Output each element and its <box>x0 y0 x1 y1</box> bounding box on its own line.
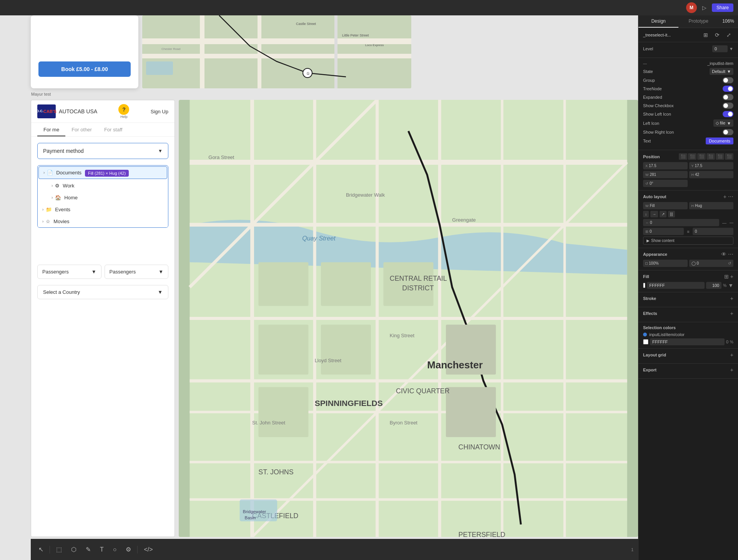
align-right-btn[interactable]: ⬛ <box>697 153 706 160</box>
user-avatar[interactable]: M <box>686 2 697 13</box>
svg-rect-29 <box>258 262 308 306</box>
stroke-add-btn[interactable]: + <box>730 295 733 302</box>
autolayout-add-btn[interactable]: + <box>723 194 726 200</box>
align-top-btn[interactable]: ⬛ <box>706 153 715 160</box>
help-circle[interactable]: ? <box>118 104 129 115</box>
panel-tabs: Design Prototype 106% <box>638 15 738 28</box>
corner-input[interactable]: ◯ 0 ↺ <box>689 260 734 267</box>
layout-grid-add-btn[interactable]: + <box>730 352 733 358</box>
design-tab[interactable]: Design <box>638 15 678 28</box>
fill-dropdown-btn[interactable]: ▼ <box>728 282 733 288</box>
level-input[interactable] <box>712 45 728 52</box>
sc-hex-input[interactable] <box>650 338 725 345</box>
svg-text:Gora Street: Gora Street <box>208 154 234 160</box>
fill-swatch[interactable] <box>643 283 645 288</box>
fill-hex-input[interactable] <box>647 282 705 289</box>
al-align2[interactable]: → <box>650 211 658 217</box>
fill-opacity-input[interactable] <box>706 282 721 289</box>
layout-grid-section: Layout grid + <box>638 349 738 364</box>
text-tool[interactable]: T <box>97 545 107 555</box>
book-button[interactable]: Book £5.00 - £8.00 <box>38 61 131 77</box>
link-icon-btn[interactable]: ⟳ <box>713 31 722 39</box>
al-align1[interactable]: ↓ <box>643 211 649 217</box>
align-left-btn[interactable]: ⬛ <box>679 153 687 160</box>
al-align3[interactable]: ↗ <box>660 211 667 217</box>
component-tool[interactable]: ⚙ <box>123 544 134 555</box>
share-button[interactable]: Share <box>712 3 733 12</box>
y-input[interactable]: Y 17.5 <box>689 162 734 169</box>
left-icon-select[interactable]: ◇ file ▼ <box>713 119 733 127</box>
expand-icon-btn[interactable]: ⤢ <box>724 31 733 39</box>
passengers-select-2[interactable]: Passengers ▼ <box>105 265 169 279</box>
svg-text:Greengate: Greengate <box>452 217 475 223</box>
country-select[interactable]: Select a Country ▼ <box>37 285 168 299</box>
appearance-more-btn[interactable]: ⋯ <box>728 251 733 257</box>
gap-input[interactable]: ↔ 0 <box>643 219 719 226</box>
code-tool[interactable]: </> <box>141 545 156 555</box>
passengers-label-2: Passengers <box>110 269 136 275</box>
svg-rect-2 <box>142 54 411 58</box>
cursor-tool[interactable]: ↖ <box>35 544 47 555</box>
tab-for-staff[interactable]: For staff <box>98 123 128 136</box>
svg-text:Quay Street: Quay Street <box>302 235 336 242</box>
grid-icon-btn[interactable]: ⊞ <box>701 31 710 39</box>
shape-tool[interactable]: ⬡ <box>68 544 80 555</box>
pad-h-input[interactable]: ⊞ 0 <box>643 228 684 235</box>
folder-icon: 📁 <box>46 207 52 212</box>
tree-item-events[interactable]: › 📁 Events <box>38 204 168 215</box>
tree-sub-home: › 🏠 Home <box>38 192 168 204</box>
text-value[interactable]: Documents <box>706 138 733 144</box>
ellipse-tool[interactable]: ○ <box>110 545 120 555</box>
x-input[interactable]: X 17.5 <box>643 162 688 169</box>
export-add-btn[interactable]: + <box>730 367 733 373</box>
align-bottom-btn[interactable]: ⬛ <box>725 153 733 160</box>
tab-for-me[interactable]: For me <box>37 123 65 136</box>
tab-for-other[interactable]: For other <box>65 123 98 136</box>
toolbar-sep-1 <box>50 546 50 553</box>
svg-text:Little Peter Street: Little Peter Street <box>342 33 369 37</box>
fill-grid-btn[interactable]: ⊞ <box>724 273 729 280</box>
height-hug-box[interactable]: H Hug <box>689 202 734 209</box>
tree-item-home[interactable]: › 🏠 Home <box>47 192 168 204</box>
tree-label-work: Work <box>63 183 74 189</box>
al-align4[interactable]: ||| <box>668 211 675 217</box>
treenode-toggle[interactable] <box>723 86 733 92</box>
passengers-select-1[interactable]: Passengers ▼ <box>37 265 101 279</box>
group-toggle[interactable] <box>723 77 733 83</box>
effects-add-btn[interactable]: + <box>730 310 733 316</box>
fill-add-btn[interactable]: + <box>730 273 733 280</box>
play-button[interactable]: ▷ <box>700 4 709 12</box>
payment-dropdown[interactable]: Payment method ▼ <box>37 143 168 159</box>
show-content-btn[interactable]: ▶ Show content <box>643 237 733 245</box>
frame-tool[interactable]: ⬚ <box>53 544 65 555</box>
sc-swatch[interactable] <box>643 339 648 345</box>
show-left-icon-toggle[interactable] <box>723 111 733 117</box>
state-select[interactable]: Default ▼ <box>710 68 733 75</box>
signup-button[interactable]: Sign Up <box>151 109 168 114</box>
show-right-icon-toggle[interactable] <box>723 129 733 135</box>
align-center-btn[interactable]: ⬛ <box>688 153 696 160</box>
expanded-toggle[interactable] <box>723 94 733 100</box>
width-fill-box[interactable]: W Fill <box>643 202 688 209</box>
passengers-label-1: Passengers <box>42 269 69 275</box>
autolayout-settings-btn[interactable]: ⋯ <box>728 194 733 200</box>
h-size-input[interactable]: H 42 <box>689 171 734 178</box>
pen-tool[interactable]: ✎ <box>83 544 94 555</box>
group-row: Group <box>643 77 733 83</box>
tree-item-movies[interactable]: › ☆ Movies <box>38 215 168 227</box>
zoom-level[interactable]: 106% <box>718 15 738 28</box>
show-checkbox-toggle[interactable] <box>723 103 733 109</box>
opacity-input[interactable]: □ 100% <box>643 260 688 267</box>
effects-section: Effects + <box>638 307 738 322</box>
rotate-input[interactable]: ↺ 0° <box>643 180 688 187</box>
align-middle-btn[interactable]: ⬛ <box>716 153 724 160</box>
tooltip-dimensions: Fill (281) × Hug (42) <box>85 170 129 177</box>
prototype-tab[interactable]: Prototype <box>678 15 718 28</box>
pad-v-input[interactable]: 0 <box>693 228 733 235</box>
tree-item-documents[interactable]: › 📄 Documents Fill (281) × Hug (42) <box>38 166 167 179</box>
w-size-input[interactable]: W 281 <box>643 171 688 178</box>
inputlist-section: — _inputlist-item State Default ▼ Group … <box>638 58 738 150</box>
svg-text:Manchester: Manchester <box>427 359 483 371</box>
tree-item-work[interactable]: › ⚙ Work <box>47 180 168 192</box>
eye-btn[interactable]: 👁 <box>721 251 726 257</box>
